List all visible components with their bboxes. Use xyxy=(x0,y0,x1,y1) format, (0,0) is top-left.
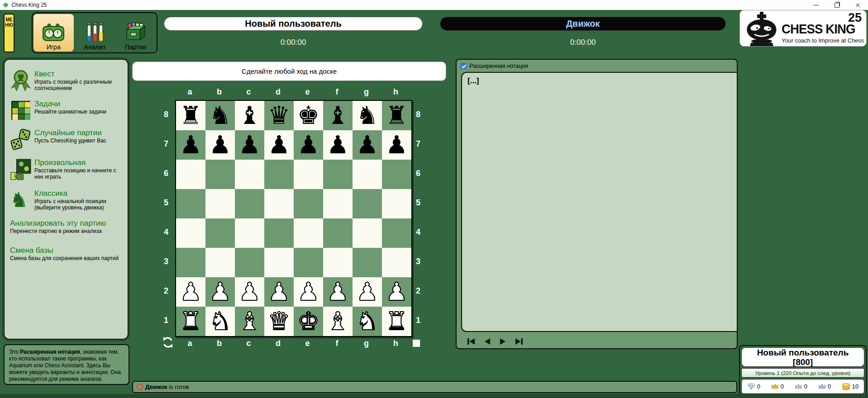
board-square-c3[interactable] xyxy=(235,248,264,277)
white-piece-p[interactable]: ♟ xyxy=(238,280,261,304)
white-piece-b[interactable]: ♝ xyxy=(327,309,349,334)
black-piece-p[interactable]: ♟ xyxy=(356,133,378,157)
board-square-g1[interactable]: ♞ xyxy=(353,307,382,336)
black-piece-p[interactable]: ♟ xyxy=(180,133,202,157)
board-square-e4[interactable] xyxy=(294,218,323,248)
sidebar-item-custom-position[interactable]: Произвольная Расставьте позицию и начнит… xyxy=(5,158,128,185)
notation-area[interactable]: [...] xyxy=(461,72,737,332)
board-square-b8[interactable]: ♞ xyxy=(205,101,235,130)
board-square-h6[interactable] xyxy=(382,160,411,189)
board-square-b1[interactable]: ♞ xyxy=(205,307,235,336)
board-square-h2[interactable]: ♟ xyxy=(382,277,411,307)
black-piece-p[interactable]: ♟ xyxy=(327,133,349,157)
board-square-a7[interactable]: ♟ xyxy=(176,130,205,160)
board-square-f3[interactable] xyxy=(323,248,353,277)
board-square-f8[interactable]: ♝ xyxy=(323,101,353,130)
black-piece-n[interactable]: ♞ xyxy=(356,103,378,128)
board-square-d1[interactable]: ♛ xyxy=(264,307,294,336)
white-piece-k[interactable]: ♚ xyxy=(297,309,320,334)
tab-game[interactable]: Игра xyxy=(33,14,74,52)
board-square-e5[interactable] xyxy=(294,189,323,218)
board-square-a2[interactable]: ♟ xyxy=(176,277,205,307)
go-first-button[interactable] xyxy=(467,338,476,345)
white-piece-n[interactable]: ♞ xyxy=(209,309,231,334)
board-square-g6[interactable] xyxy=(353,160,382,189)
board-square-d6[interactable] xyxy=(264,160,294,189)
board-square-f5[interactable] xyxy=(323,189,353,218)
board-square-g4[interactable] xyxy=(353,218,382,248)
board-square-b6[interactable] xyxy=(205,160,235,189)
black-piece-p[interactable]: ♟ xyxy=(209,133,231,157)
black-piece-q[interactable]: ♛ xyxy=(268,103,290,128)
black-piece-r[interactable]: ♜ xyxy=(180,103,202,128)
board-square-h7[interactable]: ♟ xyxy=(382,130,411,160)
sidebar-item-classic[interactable]: ♞ Классика Играть с начальной позиции (в… xyxy=(5,189,128,215)
board-square-d7[interactable]: ♟ xyxy=(264,130,294,160)
sidebar-item-analyze-game[interactable]: Анализировать эту партию Перенести парти… xyxy=(5,219,128,239)
board-square-a8[interactable]: ♜ xyxy=(176,101,205,130)
board-square-f4[interactable] xyxy=(323,218,353,248)
white-piece-r[interactable]: ♜ xyxy=(180,309,202,334)
board-square-a3[interactable] xyxy=(176,248,205,277)
board-square-h5[interactable] xyxy=(382,189,411,218)
board-square-h1[interactable]: ♜ xyxy=(382,307,411,336)
white-piece-q[interactable]: ♛ xyxy=(268,309,290,334)
black-piece-k[interactable]: ♚ xyxy=(297,103,320,128)
black-piece-p[interactable]: ♟ xyxy=(238,133,261,157)
board-square-c2[interactable]: ♟ xyxy=(235,277,264,307)
board-square-c4[interactable] xyxy=(235,218,264,248)
black-piece-b[interactable]: ♝ xyxy=(327,103,349,128)
sidebar-item-quest[interactable]: Квест Играть с позиций с различным соотн… xyxy=(5,70,128,96)
board-square-d5[interactable] xyxy=(264,189,294,218)
board-square-c1[interactable]: ♝ xyxy=(235,307,264,336)
extended-notation-checkbox[interactable] xyxy=(460,63,467,69)
board-square-c8[interactable]: ♝ xyxy=(235,101,264,130)
white-piece-p[interactable]: ♟ xyxy=(180,280,202,304)
board-square-e6[interactable] xyxy=(294,160,323,189)
board-square-b4[interactable] xyxy=(205,218,235,248)
white-piece-p[interactable]: ♟ xyxy=(386,280,408,304)
board-square-e7[interactable]: ♟ xyxy=(294,130,323,160)
board-square-g3[interactable] xyxy=(353,248,382,277)
board-square-h4[interactable] xyxy=(382,218,411,248)
black-piece-p[interactable]: ♟ xyxy=(386,133,408,157)
black-piece-n[interactable]: ♞ xyxy=(209,103,231,128)
board-square-a6[interactable] xyxy=(176,160,205,189)
board-square-f2[interactable]: ♟ xyxy=(323,277,353,307)
black-piece-b[interactable]: ♝ xyxy=(238,103,261,128)
board-square-c7[interactable]: ♟ xyxy=(235,130,264,160)
tab-games[interactable]: Партии xyxy=(115,14,156,52)
board-square-d8[interactable]: ♛ xyxy=(264,101,294,130)
board-square-d3[interactable] xyxy=(264,248,294,277)
close-button[interactable] xyxy=(847,0,868,10)
board-square-g2[interactable]: ♟ xyxy=(353,277,382,307)
white-piece-n[interactable]: ♞ xyxy=(356,309,378,334)
board-square-b5[interactable] xyxy=(205,189,235,218)
white-piece-p[interactable]: ♟ xyxy=(297,280,320,304)
board-square-h8[interactable]: ♜ xyxy=(382,101,411,130)
board-square-f7[interactable]: ♟ xyxy=(323,130,353,160)
board-square-d2[interactable]: ♟ xyxy=(264,277,294,307)
tab-analysis[interactable]: Анализ xyxy=(75,14,115,52)
board-square-a5[interactable] xyxy=(176,189,205,218)
board-square-c5[interactable] xyxy=(235,189,264,218)
board-square-b7[interactable]: ♟ xyxy=(205,130,235,160)
restore-button[interactable] xyxy=(826,0,847,10)
black-piece-r[interactable]: ♜ xyxy=(386,103,408,128)
white-piece-p[interactable]: ♟ xyxy=(268,280,290,304)
board-square-f1[interactable]: ♝ xyxy=(323,307,353,336)
board-square-e2[interactable]: ♟ xyxy=(294,277,323,307)
black-piece-p[interactable]: ♟ xyxy=(297,133,320,157)
board-square-b3[interactable] xyxy=(205,248,235,277)
board-square-g7[interactable]: ♟ xyxy=(353,130,382,160)
white-piece-p[interactable]: ♟ xyxy=(209,280,231,304)
board-square-g5[interactable] xyxy=(353,189,382,218)
board-square-a1[interactable]: ♜ xyxy=(176,307,205,336)
board-square-e3[interactable] xyxy=(294,248,323,277)
white-piece-p[interactable]: ♟ xyxy=(327,280,349,304)
flip-board-button[interactable] xyxy=(162,336,174,348)
board-square-h3[interactable] xyxy=(382,248,411,277)
board-square-c6[interactable] xyxy=(235,160,264,189)
menu-button[interactable]: МЕНЮ xyxy=(4,14,14,52)
white-piece-b[interactable]: ♝ xyxy=(238,309,261,334)
